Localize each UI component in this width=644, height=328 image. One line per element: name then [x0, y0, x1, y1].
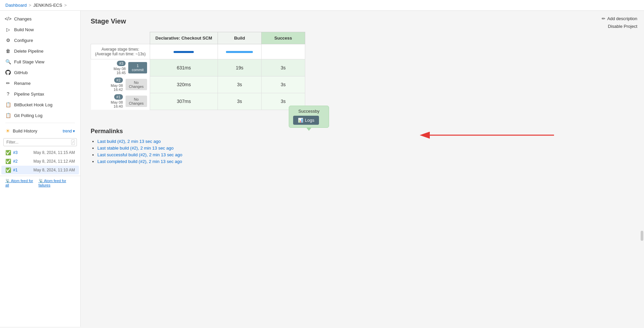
build-2-stage-success[interactable]: 3s: [261, 76, 305, 93]
sidebar-item-rename[interactable]: ✏ Rename: [0, 78, 80, 89]
build-2-badge: #2: [114, 77, 123, 83]
stage-view-title: Stage View: [91, 17, 634, 25]
build-filter-input[interactable]: [3, 138, 77, 146]
build-3-commit-sub: commit: [132, 68, 143, 72]
sidebar-item-bitbucket-hook-log[interactable]: 📋 BitBucket Hook Log: [0, 99, 80, 110]
sidebar-item-github[interactable]: GitHub: [0, 67, 80, 78]
build-3-stage-build[interactable]: 19s: [218, 59, 261, 76]
build-list: ✅ #3 May 8, 2024, 11:15 AM ✅ #2 May 8, 2…: [0, 148, 80, 174]
build-3-commit-button[interactable]: 1 commit: [128, 62, 147, 73]
sidebar-item-full-stage-view[interactable]: 🔍 Full Stage View: [0, 56, 80, 67]
sidebar-label-delete-pipeline: Delete Pipeline: [14, 49, 43, 54]
atom-failures-icon: 📡: [39, 179, 44, 183]
rename-icon: ✏: [5, 80, 11, 86]
disable-project-label: Disable Project: [608, 24, 637, 29]
build-item-2[interactable]: ✅ #2 May 8, 2024, 11:12 AM: [1, 157, 79, 166]
popup-success-label: Successby: [293, 109, 325, 114]
build-item-3[interactable]: ✅ #3 May 8, 2024, 11:15 AM: [1, 148, 79, 157]
permalinks-list: Last build (#2), 2 min 13 sec ago Last s…: [91, 139, 634, 164]
sidebar: </> Changes ▷ Build Now ⚙ Configure 🗑 De…: [0, 11, 81, 327]
avg-sub-label-text: (Average full run time: ~13s): [95, 52, 146, 56]
sun-icon: ☀: [5, 128, 10, 134]
build-2-stage-build[interactable]: 3s: [218, 76, 261, 93]
changes-icon: </>: [5, 16, 11, 21]
pipeline-syntax-icon: ?: [5, 91, 11, 97]
build-1-date: May 8, 2024, 11:10 AM: [34, 168, 75, 172]
permalink-last-stable[interactable]: Last stable build (#2), 2 min 13 sec ago: [97, 146, 174, 151]
atom-feed-all[interactable]: 📡 Atom feed for all: [5, 179, 35, 187]
bitbucket-hook-log-icon: 📋: [5, 102, 11, 107]
build-2-date-small: May 08: [111, 84, 123, 88]
github-icon: [5, 70, 11, 75]
sidebar-item-changes[interactable]: </> Changes: [0, 13, 80, 24]
trend-label: trend: [63, 129, 72, 133]
avg-bar-success: [261, 44, 305, 59]
build-1-left: ✅ #1: [5, 167, 17, 173]
build-1-stage-build[interactable]: 3s: [218, 93, 261, 110]
table-row-1: #1 May 08 16:40 NoChanges 307ms 3s 3s: [91, 93, 305, 110]
build-1-time-small: 16:40: [111, 104, 123, 108]
list-item: Last stable build (#2), 2 min 13 sec ago: [97, 146, 634, 151]
table-row-2: #2 May 08 16:42 NoChanges 320ms 3s 3s: [91, 76, 305, 93]
breadcrumb-project[interactable]: JENKINS-ECS: [33, 3, 62, 8]
pencil-icon: ✏: [602, 16, 605, 21]
git-polling-log-icon: 📋: [5, 113, 11, 118]
build-2-meta: #2 May 08 16:42 NoChanges: [91, 76, 150, 93]
build-3-stage-checkout[interactable]: 631ms: [150, 59, 218, 76]
sidebar-item-git-polling-log[interactable]: 📋 Git Polling Log: [0, 110, 80, 121]
build-2-date: May 8, 2024, 11:12 AM: [34, 159, 75, 164]
build-1-no-changes-button[interactable]: NoChanges: [126, 96, 147, 107]
col-header-build: Build: [218, 32, 261, 44]
filter-row: /: [0, 137, 80, 148]
trend-button[interactable]: trend ▾: [63, 129, 75, 133]
sidebar-item-build-now[interactable]: ▷ Build Now: [0, 24, 80, 35]
add-description-button[interactable]: ✏ Add description: [602, 16, 637, 21]
breadcrumb-dashboard[interactable]: Dashboard: [5, 3, 27, 8]
breadcrumb: Dashboard > JENKINS-ECS >: [0, 0, 644, 11]
build-2-time-small: 16:42: [111, 88, 123, 92]
build-3-meta: #3 May 08 16:45 1 commit: [91, 59, 150, 76]
sidebar-item-delete-pipeline[interactable]: 🗑 Delete Pipeline: [0, 46, 80, 56]
build-3-status-icon: ✅: [5, 150, 11, 155]
permalink-last-successful[interactable]: Last successful build (#2), 2 min 13 sec…: [97, 152, 182, 157]
build-2-left: ✅ #2: [5, 159, 17, 164]
avg-label: Average stage times: (Average full run t…: [91, 44, 150, 59]
avg-bar-build: [218, 44, 261, 59]
sidebar-label-github: GitHub: [14, 70, 28, 75]
popup-arrow: [306, 127, 312, 131]
list-item: Last completed build (#2), 2 min 13 sec …: [97, 159, 634, 164]
build-1-stage-checkout[interactable]: 307ms: [150, 93, 218, 110]
permalink-last-build[interactable]: Last build (#2), 2 min 13 sec ago: [97, 139, 161, 144]
logs-popup: Successby 📊 Logs: [289, 106, 329, 128]
logs-button[interactable]: 📊 Logs: [293, 116, 319, 125]
main-content: ✏ Add description Disable Project Stage …: [81, 11, 644, 327]
bar-build-icon: [226, 51, 253, 53]
build-3-left: ✅ #3: [5, 150, 17, 155]
permalink-last-completed[interactable]: Last completed build (#2), 2 min 13 sec …: [97, 159, 182, 164]
build-item-1[interactable]: ✅ #1 May 8, 2024, 11:10 AM: [1, 166, 79, 174]
atom-all-icon: 📡: [5, 179, 11, 183]
sidebar-label-changes: Changes: [14, 16, 32, 21]
build-3-stage-success[interactable]: 3s: [261, 59, 305, 76]
build-1-meta: #1 May 08 16:40 NoChanges: [91, 93, 150, 110]
disable-project-button[interactable]: Disable Project: [608, 24, 637, 29]
build-2-stage-checkout[interactable]: 320ms: [150, 76, 218, 93]
sidebar-item-configure[interactable]: ⚙ Configure: [0, 35, 80, 46]
sidebar-label-configure: Configure: [14, 38, 33, 43]
atom-feed-failures[interactable]: 📡 Atom feed for failures: [39, 179, 75, 187]
build-2-no-changes-button[interactable]: NoChanges: [126, 79, 147, 90]
stage-view-table: Declarative: Checkout SCM Build Success …: [91, 32, 305, 110]
bar-checkout-icon: [174, 51, 194, 53]
scrollbar-thumb[interactable]: [641, 231, 643, 241]
build-3-date-small: May 08: [113, 67, 126, 71]
build-1-num: #1: [13, 168, 17, 172]
sidebar-label-build-now: Build Now: [14, 27, 34, 32]
stage-view-section: Stage View Declarative: Checkout SCM Bui…: [91, 17, 634, 121]
build-2-num: #2: [13, 159, 17, 164]
build-3-time-small: 16:45: [113, 71, 126, 75]
permalinks-section: Permalinks Last build (#2), 2 min 13 sec…: [91, 128, 634, 164]
full-stage-view-icon: 🔍: [5, 59, 11, 64]
logs-chart-icon: 📊: [298, 118, 303, 123]
sidebar-item-pipeline-syntax[interactable]: ? Pipeline Syntax: [0, 89, 80, 99]
build-history-header[interactable]: ☀ Build History trend ▾: [0, 125, 80, 137]
